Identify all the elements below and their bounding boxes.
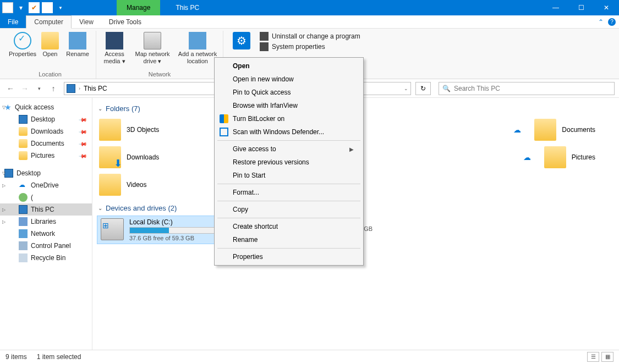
sidebar-documents-label: Documents [31, 140, 64, 147]
chevron-down-icon: ⌄ [98, 205, 102, 211]
cloud-status-icon: ☁ [512, 125, 522, 134]
address-dropdown-icon[interactable]: ⌄ [404, 86, 408, 91]
ribbon-collapse-icon[interactable]: ⌃ [598, 18, 604, 26]
contextual-tab-label[interactable]: Manage [117, 0, 160, 15]
ctx-create-shortcut[interactable]: Create shortcut [216, 220, 361, 233]
sidebar-documents[interactable]: Documents📌 [0, 137, 92, 150]
ctx-copy-label: Copy [233, 206, 248, 213]
folder-documents[interactable]: ☁Documents [432, 116, 598, 144]
folder-label: 3D Objects [127, 126, 159, 134]
sidebar-quick-access[interactable]: ▽★Quick access [0, 101, 92, 113]
context-menu: Open Open in new window Pin to Quick acc… [214, 57, 364, 266]
ctx-properties-label: Properties [233, 253, 263, 261]
ctx-restore-previous[interactable]: Restore previous versions [216, 156, 361, 169]
sidebar-this-pc-label: This PC [31, 206, 54, 213]
sidebar-desktop[interactable]: Desktop📌 [0, 113, 92, 125]
qat-icon-1[interactable] [2, 2, 13, 13]
rename-label: Rename [66, 51, 89, 58]
devices-header-label: Devices and drives (2) [106, 204, 177, 212]
tab-computer[interactable]: Computer [26, 15, 72, 29]
qat-check-icon[interactable]: ✔ [29, 2, 40, 13]
ctx-copy[interactable]: Copy [216, 203, 361, 216]
minimize-button[interactable]: — [543, 0, 568, 15]
system-properties-button[interactable]: System properties [260, 42, 360, 51]
file-tab[interactable]: File [0, 15, 26, 28]
settings-button[interactable]: ⚙ [227, 31, 256, 52]
ctx-pin-quick-access[interactable]: Pin to Quick access [216, 86, 361, 99]
sidebar-recycle-bin[interactable]: Recycle Bin [0, 252, 92, 264]
qat-icon-2[interactable]: ▾ [15, 2, 26, 13]
ctx-pin-quick-label: Pin to Quick access [233, 89, 291, 96]
sidebar-user[interactable]: ( [0, 191, 92, 203]
ctx-pin-to-start[interactable]: Pin to Start [216, 169, 361, 182]
sidebar-control-panel[interactable]: Control Panel [0, 240, 92, 252]
back-button[interactable]: ← [4, 82, 17, 95]
address-chevron-icon[interactable]: › [79, 86, 80, 91]
ctx-give-access-to[interactable]: Give access to▶ [216, 142, 361, 156]
onedrive-icon: ☁ [19, 181, 28, 190]
ctx-separator [217, 184, 360, 184]
add-network-location-button[interactable]: Add a network location [176, 31, 220, 66]
sidebar-desktop-label: Desktop [31, 115, 55, 123]
recycle-bin-icon [19, 253, 28, 262]
help-icon[interactable]: ? [608, 18, 616, 26]
ctx-open-new-window[interactable]: Open in new window [216, 73, 361, 86]
up-button[interactable]: ↑ [47, 82, 59, 95]
sidebar-downloads[interactable]: Downloads📌 [0, 125, 92, 137]
folder-label: Pictures [572, 153, 595, 161]
ctx-properties[interactable]: Properties [216, 250, 361, 263]
details-view-button[interactable]: ☰ [587, 352, 599, 362]
sidebar-this-pc[interactable]: ▷This PC [0, 203, 92, 216]
qat-icon-3[interactable] [42, 2, 53, 13]
sidebar-libraries[interactable]: ▷Libraries [0, 216, 92, 228]
open-button[interactable]: Open [39, 31, 62, 59]
ctx-open[interactable]: Open [216, 59, 361, 73]
ctx-bitlocker[interactable]: Turn BitLocker on [216, 112, 361, 125]
drive-name: Local Disk (C:) [129, 218, 217, 226]
access-media-button[interactable]: Access media ▾ [100, 31, 129, 66]
uninstall-program-button[interactable]: Uninstall or change a program [260, 32, 360, 41]
properties-button[interactable]: Properties [8, 31, 37, 59]
tiles-view-button[interactable]: ▦ [601, 352, 613, 362]
sidebar-onedrive[interactable]: ▷☁OneDrive [0, 179, 92, 191]
tab-drive-tools[interactable]: Drive Tools [101, 15, 149, 28]
qat-dropdown-icon[interactable]: ▼ [55, 2, 66, 13]
pin-icon: 📌 [79, 151, 87, 160]
folder-pictures[interactable]: ☁Pictures [432, 144, 598, 171]
folder-icon [99, 174, 121, 196]
ctx-restore-label: Restore previous versions [233, 158, 309, 166]
rename-button[interactable]: Rename [63, 31, 92, 59]
sidebar-desktop2-label: Desktop [17, 169, 41, 177]
pin-icon: 📌 [79, 139, 87, 148]
uninstall-label: Uninstall or change a program [272, 32, 360, 40]
ctx-rename[interactable]: Rename [216, 233, 361, 246]
ctx-browse-irfanview[interactable]: Browse with IrfanView [216, 99, 361, 112]
search-input[interactable]: 🔍 Search This PC [439, 82, 615, 95]
sidebar-desktop-section[interactable]: ▽Desktop [0, 167, 92, 179]
folder-icon [534, 119, 556, 141]
refresh-button[interactable]: ↻ [415, 82, 431, 95]
close-button[interactable]: ✕ [594, 0, 619, 15]
sidebar-network-label: Network [31, 230, 55, 238]
recent-locations-button[interactable]: ▾ [33, 82, 45, 95]
sidebar-downloads-label: Downloads [31, 128, 63, 135]
ctx-windows-defender[interactable]: Scan with Windows Defender... [216, 125, 361, 139]
forward-button[interactable]: → [19, 82, 31, 95]
ctx-defender-label: Scan with Windows Defender... [233, 128, 324, 136]
pin-icon: 📌 [79, 115, 87, 124]
ctx-format[interactable]: Format... [216, 186, 361, 199]
map-network-drive-button[interactable]: Map network drive ▾ [130, 31, 174, 66]
folder-icon [99, 119, 121, 141]
tab-view[interactable]: View [72, 15, 101, 28]
sidebar-network[interactable]: Network [0, 228, 92, 240]
window-title: This PC [160, 0, 199, 15]
maximize-button[interactable]: ☐ [568, 0, 594, 15]
ctx-bitlocker-label: Turn BitLocker on [233, 115, 284, 123]
ctx-irfan-label: Browse with IrfanView [233, 102, 298, 109]
sidebar-pictures[interactable]: Pictures📌 [0, 150, 92, 162]
map-drive-label: Map network drive ▾ [130, 51, 174, 65]
system-props-icon [260, 42, 269, 51]
open-label: Open [43, 51, 58, 58]
status-selected-count: 1 item selected [37, 353, 81, 361]
group-label-location: Location [39, 71, 62, 78]
